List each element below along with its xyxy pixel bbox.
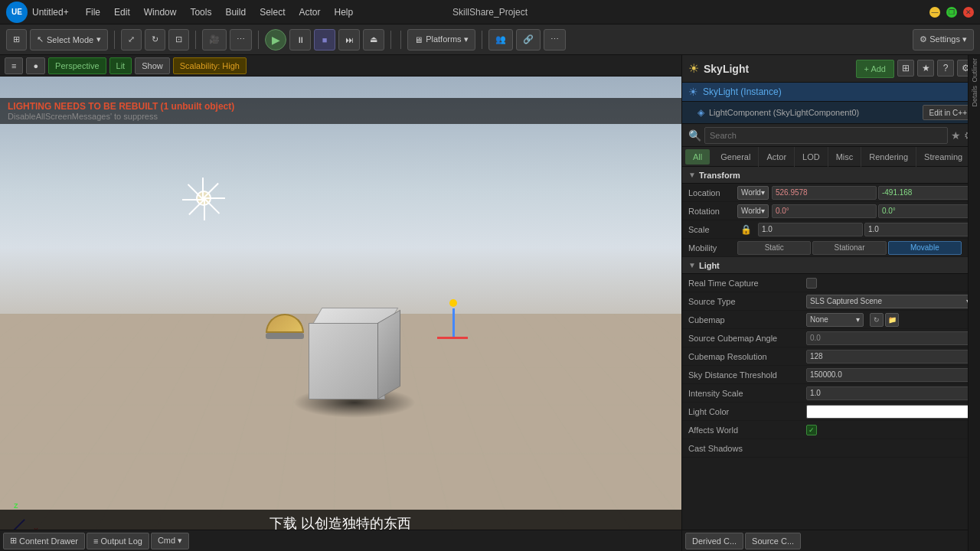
content-drawer-button[interactable]: ⊞ Content Drawer	[3, 533, 85, 549]
skylight-gizmo[interactable]	[177, 171, 230, 225]
tab-streaming[interactable]: Streaming	[916, 147, 971, 167]
panel-help-button[interactable]: ?	[937, 60, 954, 77]
cubemap-refresh-button[interactable]: ↻	[870, 313, 884, 327]
cubemap-folder-button[interactable]: 📁	[885, 313, 899, 327]
stop-button[interactable]: ■	[314, 29, 335, 51]
transform-gizmo[interactable]	[430, 285, 491, 347]
instance-row[interactable]: ☀ SkyLight (Instance)	[682, 83, 980, 102]
toolbar-camera-button[interactable]: 🎥	[202, 29, 227, 51]
scalability-button[interactable]: Scalability: High	[173, 57, 247, 74]
light-component-row[interactable]: ◈ LightComponent (SkyLightComponent0) Ed…	[682, 102, 980, 124]
add-component-button[interactable]: + Add	[856, 60, 894, 78]
cmd-button[interactable]: Cmd ▾	[151, 533, 189, 549]
tab-general[interactable]: General	[713, 147, 759, 167]
close-button[interactable]: ✕	[963, 7, 974, 18]
play-button[interactable]: ▶	[265, 29, 286, 51]
rotation-dropdown[interactable]: World▾	[737, 204, 769, 218]
details-label[interactable]: Details	[971, 86, 978, 107]
affects-world-checkbox[interactable]: ✓	[806, 425, 817, 435]
rotation-inputs	[772, 204, 980, 218]
intensity-scale-input[interactable]	[806, 386, 974, 400]
light-color-swatch[interactable]	[806, 405, 974, 419]
menu-window[interactable]: Window	[138, 4, 183, 21]
location-dropdown[interactable]: World▾	[737, 186, 769, 200]
affects-world-value: ✓	[806, 425, 974, 435]
toolbar-move-button[interactable]: ⤢	[121, 29, 142, 51]
edit-cpp-button[interactable]: Edit in C++	[923, 105, 974, 120]
output-log-button[interactable]: ≡ Output Log	[87, 533, 149, 549]
cubemap-action-buttons: ↻ 📁	[870, 313, 899, 327]
scale-x-input[interactable]	[758, 223, 863, 236]
tab-misc[interactable]: Misc	[828, 147, 862, 167]
transform-section-header[interactable]: ▼ Transform	[682, 167, 980, 184]
gizmo-tip	[449, 299, 457, 307]
derived-button[interactable]: Derived C...	[685, 533, 743, 549]
source-type-dropdown[interactable]: SLS Captured Scene ▾	[806, 295, 974, 308]
movable-button[interactable]: Movable	[888, 241, 962, 255]
menu-build[interactable]: Build	[219, 4, 252, 21]
toolbar-users-button[interactable]: 👥	[488, 29, 513, 51]
menu-help[interactable]: Help	[328, 4, 360, 21]
location-y-input[interactable]	[878, 186, 980, 200]
eject-button[interactable]: ⏏	[363, 29, 384, 51]
panel-grid-button[interactable]: ⊞	[897, 60, 914, 77]
static-button[interactable]: Static	[737, 241, 811, 255]
panel-star-button[interactable]: ★	[917, 60, 934, 77]
minimize-button[interactable]: —	[929, 7, 940, 18]
scale-y-input[interactable]	[864, 223, 969, 236]
viewport-toolbar: ≡ ● Perspective Lit Show Scalability: Hi…	[0, 55, 681, 77]
tab-actor[interactable]: Actor	[759, 147, 795, 167]
cubemap-resolution-input[interactable]	[806, 350, 974, 364]
menu-select[interactable]: Select	[253, 4, 291, 21]
light-section-header[interactable]: ▼ Light	[682, 257, 980, 274]
pause-button[interactable]: ⏸	[289, 29, 311, 51]
viewport-3d[interactable]: X Z LIGHTING NEEDS TO BE REBUILT (1 unbu…	[0, 77, 681, 551]
actor-gizmo[interactable]	[266, 314, 312, 352]
scale-lock-icon[interactable]: 🔒	[737, 224, 755, 235]
menu-actor[interactable]: Actor	[292, 4, 326, 21]
filter-star-icon[interactable]: ★	[951, 129, 961, 142]
menu-edit[interactable]: Edit	[108, 4, 136, 21]
select-mode-button[interactable]: ↖ Select Mode ▾	[30, 29, 108, 51]
viewport[interactable]: ≡ ● Perspective Lit Show Scalability: Hi…	[0, 55, 681, 551]
tab-rendering[interactable]: Rendering	[861, 147, 916, 167]
source-cache-button[interactable]: Source C...	[745, 533, 801, 549]
skip-button[interactable]: ⏭	[338, 29, 360, 51]
tab-lod[interactable]: LOD	[795, 147, 828, 167]
lit-label: Lit	[116, 61, 126, 70]
platforms-button[interactable]: 🖥 Platforms ▾	[407, 29, 475, 51]
perspective-button[interactable]: Perspective	[48, 57, 106, 74]
location-row: Location World▾ ↩	[682, 184, 980, 202]
rotation-y-input[interactable]	[878, 204, 980, 218]
tab-all[interactable]: All	[685, 149, 710, 165]
properties-panel: ▼ Transform Location World▾ ↩ Rotation	[682, 167, 980, 530]
search-input[interactable]	[704, 127, 948, 144]
location-x-input[interactable]	[772, 186, 877, 200]
cube-object[interactable]	[309, 308, 400, 399]
outliner-label[interactable]: Outliner	[971, 58, 978, 83]
toolbar-separator-5	[400, 31, 401, 49]
component-label: LightComponent (SkyLightComponent0)	[709, 108, 859, 117]
toolbar-grid-button[interactable]: ⊞	[6, 29, 27, 51]
menu-file[interactable]: File	[80, 4, 106, 21]
stationary-button[interactable]: Stationar	[812, 241, 886, 255]
rotation-x-input[interactable]	[772, 204, 877, 218]
cubemap-none-field[interactable]: None ▾	[806, 313, 864, 327]
panel-header: ☀ SkyLight + Add ⊞ ★ ? ⚙	[682, 55, 980, 83]
cubemap-row: Cubemap None ▾ ↻ 📁	[682, 311, 980, 329]
restore-button[interactable]: ❐	[946, 7, 957, 18]
viewport-realtime[interactable]: ●	[26, 57, 45, 74]
toolbar-scale-button[interactable]: ⊡	[168, 29, 189, 51]
viewport-hamburger[interactable]: ≡	[5, 57, 23, 74]
show-button[interactable]: Show	[135, 57, 170, 74]
settings-button[interactable]: ⚙ Settings ▾	[913, 29, 974, 51]
source-cubemap-angle-input[interactable]	[806, 331, 974, 345]
sky-distance-input[interactable]	[806, 368, 974, 382]
menu-tools[interactable]: Tools	[184, 4, 217, 21]
toolbar-rotate-button[interactable]: ↻	[145, 29, 165, 51]
lit-button[interactable]: Lit	[109, 57, 132, 74]
toolbar-dots-button[interactable]: ⋯	[544, 29, 566, 51]
toolbar-chain-button[interactable]: 🔗	[516, 29, 541, 51]
toolbar-more-button[interactable]: ⋯	[230, 29, 252, 51]
realtime-capture-checkbox[interactable]	[806, 278, 817, 289]
